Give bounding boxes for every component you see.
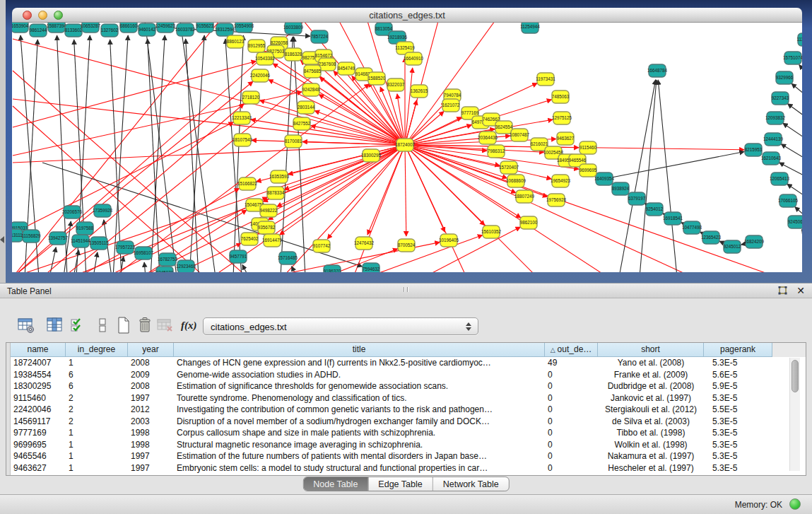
close-panel-icon[interactable]: ✕ bbox=[794, 285, 807, 298]
graph-node[interactable]: 7857224 bbox=[311, 30, 329, 43]
table-row[interactable]: 969969511998Structural magnetic resonanc… bbox=[11, 439, 806, 451]
column-header-in_degree[interactable]: in_degree bbox=[66, 343, 128, 357]
graph-node[interactable]: 9186370 bbox=[324, 265, 341, 272]
column-header-name[interactable]: name bbox=[11, 343, 66, 357]
column-header-year[interactable]: year bbox=[128, 343, 174, 357]
graph-node[interactable]: 10688609 bbox=[506, 175, 526, 187]
graph-node[interactable]: 17957223 bbox=[115, 241, 136, 254]
graph-node[interactable]: 1362615 bbox=[411, 85, 428, 98]
float-panel-icon[interactable] bbox=[776, 286, 787, 297]
column-header-out_de[interactable]: △out_de… bbox=[545, 343, 598, 357]
graph-node[interactable]: 16782753 bbox=[158, 253, 178, 266]
graph-node[interactable]: 9155623 bbox=[196, 23, 214, 33]
graph-node[interactable]: 16824209 bbox=[744, 235, 765, 248]
table-row[interactable]: 1830029562008Estimation of significance … bbox=[11, 380, 806, 392]
graph-node[interactable]: 16033782 bbox=[175, 23, 196, 36]
graph-node[interactable]: 7625402 bbox=[241, 233, 259, 245]
column-header-title[interactable]: title bbox=[174, 343, 545, 357]
graph-node[interactable]: 13942757 bbox=[48, 232, 69, 245]
graph-node[interactable]: 10653287 bbox=[81, 23, 101, 33]
graph-node[interactable]: 1327602 bbox=[101, 24, 119, 37]
graph-node[interactable]: 1588520 bbox=[368, 72, 386, 85]
graph-node[interactable]: 16648784 bbox=[647, 64, 668, 77]
table-row[interactable]: 977716911998Corpus callosum shape and si… bbox=[11, 427, 806, 439]
vertical-scrollbar[interactable] bbox=[789, 358, 800, 471]
graph-node[interactable]: 9460142 bbox=[139, 23, 156, 36]
graph-node[interactable]: 9107742 bbox=[313, 240, 331, 252]
graph-node[interactable]: 15751074 bbox=[783, 52, 802, 64]
graph-node[interactable]: 9329966 bbox=[776, 71, 794, 84]
graph-node[interactable]: 9245079 bbox=[156, 267, 174, 272]
table-row[interactable]: 1456911722003Disruption of a novel membe… bbox=[11, 416, 806, 428]
graph-node[interactable]: 11451944 bbox=[71, 235, 90, 247]
graph-node[interactable]: 9115460 bbox=[579, 141, 597, 154]
graph-node[interactable]: 18300295 bbox=[361, 149, 382, 162]
graph-node[interactable]: 10554908 bbox=[234, 23, 254, 33]
graph-node[interactable]: 9356782 bbox=[258, 221, 276, 234]
graph-node[interactable]: 9463627 bbox=[557, 132, 575, 145]
graph-node[interactable]: 2718120 bbox=[242, 91, 260, 104]
graph-node[interactable]: 18312594 bbox=[215, 23, 235, 36]
graph-node[interactable]: 15887394 bbox=[47, 23, 67, 33]
tab-network-table[interactable]: Network Table bbox=[433, 477, 509, 491]
graph-node[interactable]: 12213343 bbox=[232, 112, 252, 124]
delete-column-icon[interactable] bbox=[136, 316, 155, 336]
graph-node[interactable]: 8878334 bbox=[267, 187, 285, 199]
graph-node[interactable]: 12093832 bbox=[765, 112, 786, 124]
graph-node[interactable]: 12975125 bbox=[552, 112, 572, 124]
graph-node[interactable]: 11156829 bbox=[21, 230, 41, 243]
graph-node[interactable]: 7986312 bbox=[488, 145, 505, 158]
column-settings-icon[interactable] bbox=[45, 316, 65, 336]
column-header-pagerank[interactable]: pagerank bbox=[704, 343, 772, 357]
graph-node[interactable]: 8938924 bbox=[612, 182, 630, 195]
graph-node[interactable]: 6866160 bbox=[120, 23, 138, 33]
panel-collapse-arrow-icon[interactable] bbox=[0, 236, 4, 243]
graph-node[interactable]: 9254012 bbox=[646, 203, 664, 216]
graph-node[interactable]: 16210643 bbox=[761, 152, 782, 165]
table-row[interactable]: 1872400712008Changes of HCN gene express… bbox=[11, 357, 806, 369]
graph-node[interactable]: 9227343 bbox=[772, 92, 789, 105]
graph-node[interactable]: 12476432 bbox=[354, 237, 375, 250]
memory-ok-indicator[interactable] bbox=[789, 498, 801, 510]
graph-node[interactable]: 11126439 bbox=[796, 33, 802, 46]
graph-node[interactable]: 16918541 bbox=[663, 212, 683, 225]
graph-node[interactable]: 13505115 bbox=[89, 237, 109, 250]
graph-node[interactable]: 16640910 bbox=[404, 52, 424, 65]
table-panel-header[interactable]: Table Panel ✕ bbox=[0, 283, 812, 298]
graph-node[interactable]: 9197588 bbox=[76, 222, 94, 235]
table-select-dropdown[interactable]: citations_edges.txt bbox=[203, 317, 478, 335]
tab-node-table[interactable]: Node Table bbox=[303, 477, 367, 491]
table-row[interactable]: 1938455462009Genome-wide association stu… bbox=[11, 369, 806, 381]
function-builder-icon[interactable]: f(x) bbox=[181, 316, 201, 336]
graph-node[interactable]: 16958107 bbox=[134, 247, 154, 259]
graph-node[interactable]: 7594632 bbox=[363, 263, 380, 272]
graph-node[interactable]: 9457791 bbox=[230, 250, 247, 263]
graph-node[interactable]: 16914479 bbox=[262, 234, 283, 247]
table-row[interactable]: 946554611997Estimation of the future num… bbox=[11, 450, 806, 462]
graph-node[interactable]: 8427552 bbox=[293, 117, 311, 130]
graph-node[interactable]: 8912955 bbox=[248, 40, 266, 52]
graph-node[interactable]: 18107543 bbox=[233, 134, 253, 146]
new-column-icon[interactable] bbox=[114, 316, 134, 336]
column-header-short[interactable]: short bbox=[598, 343, 704, 357]
graph-node[interactable]: 16409354 bbox=[594, 173, 615, 185]
graph-node[interactable]: 9245068 bbox=[788, 216, 802, 228]
graph-node[interactable]: 15720407 bbox=[499, 161, 519, 174]
graph-node[interactable]: 8170081 bbox=[285, 135, 302, 148]
network-canvas[interactable]: 1653904986124415887394813360210653287132… bbox=[12, 23, 802, 272]
graph-node[interactable]: 15166822 bbox=[237, 177, 258, 190]
graph-node[interactable]: 9245012 bbox=[724, 240, 741, 253]
graph-node[interactable]: 17359928 bbox=[93, 204, 113, 217]
graph-node[interactable]: 19654923 bbox=[551, 175, 571, 187]
graph-node[interactable]: 10807487 bbox=[510, 129, 530, 141]
graph-node[interactable]: 11973431 bbox=[536, 73, 555, 86]
table-row[interactable]: 946362711997Embryonic stem cells: a mode… bbox=[11, 462, 806, 474]
graph-node[interactable]: 9861244 bbox=[30, 24, 47, 37]
tab-edge-table[interactable]: Edge Table bbox=[367, 477, 432, 491]
graph-node[interactable]: 8475685 bbox=[304, 65, 322, 78]
graph-node[interactable]: 11254944 bbox=[520, 23, 540, 33]
graph-node[interactable]: 8215953 bbox=[745, 144, 763, 156]
graph-node[interactable]: 10543382 bbox=[255, 52, 276, 65]
table-row[interactable]: 2242004622012Investigating the contribut… bbox=[11, 404, 806, 416]
row-height-icon[interactable] bbox=[93, 316, 113, 336]
